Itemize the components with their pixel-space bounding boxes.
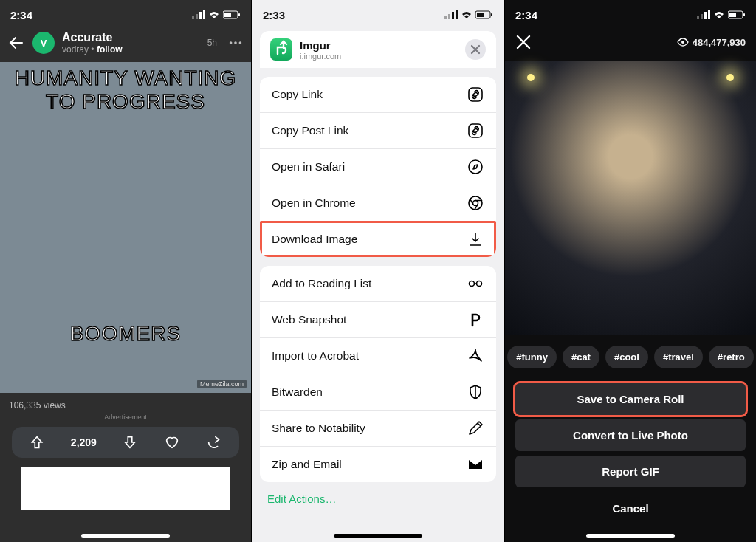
share-action-add-to-reading-list[interactable]: Add to Reading List: [260, 266, 496, 301]
share-action-copy-post-link[interactable]: Copy Post Link: [260, 112, 496, 148]
tag-funny[interactable]: #funny: [507, 346, 557, 368]
gif-action-sheet: 2:34 484,477,930 #funny#cat#cool#travel#…: [504, 0, 756, 542]
action-label: Open in Safari: [272, 160, 345, 174]
ad-label: Advertisement: [0, 414, 251, 421]
status-bar: 2:34: [0, 0, 251, 27]
share-action-share-to-notability[interactable]: Share to Notability: [260, 410, 496, 446]
tag-cool[interactable]: #cool: [605, 346, 648, 368]
upvote-icon[interactable]: [29, 434, 45, 450]
action-label: Download Image: [272, 233, 357, 246]
svg-point-31: [681, 41, 684, 44]
share-action-import-to-acrobat[interactable]: Import to Acrobat: [260, 337, 496, 374]
author-name[interactable]: vodray: [62, 44, 89, 55]
follow-link[interactable]: follow: [97, 44, 123, 55]
share-action-zip-and-email[interactable]: Zip and Email: [260, 446, 496, 482]
pencil-icon: [467, 419, 484, 437]
mail-icon: [467, 456, 484, 473]
svg-rect-2: [199, 12, 202, 19]
status-icons: [444, 10, 493, 19]
svg-rect-10: [444, 16, 447, 19]
view-counter: 484,477,930: [677, 37, 746, 48]
share-action-open-in-chrome[interactable]: Open in Chrome: [260, 185, 496, 221]
share-action-open-in-safari[interactable]: Open in Safari: [260, 148, 496, 185]
sheet-button-report-gif[interactable]: Report GIF: [515, 456, 746, 487]
close-button[interactable]: [465, 39, 486, 60]
action-group-secondary: Add to Reading ListWeb SnapshotImport to…: [260, 266, 496, 482]
tag-travel[interactable]: #travel: [654, 346, 703, 368]
sheet-title: Imgur: [300, 39, 458, 52]
view-count: 106,335 views: [0, 393, 251, 414]
more-icon[interactable]: [227, 35, 244, 51]
svg-rect-5: [224, 13, 231, 17]
action-label: Share to Notability: [272, 422, 365, 435]
svg-rect-26: [704, 12, 707, 19]
svg-rect-11: [448, 14, 450, 19]
status-bar: 2:34: [505, 0, 756, 27]
meme-top-text: HUMANITY WANTING TO PROGRESS: [0, 66, 251, 114]
svg-point-23: [477, 281, 482, 287]
post-age: 5h: [207, 38, 217, 48]
sheet-button-convert-to-live-photo[interactable]: Convert to Live Photo: [515, 419, 746, 451]
downvote-icon[interactable]: [122, 434, 138, 450]
gif-preview[interactable]: [505, 61, 756, 335]
chrome-icon: [467, 194, 484, 212]
svg-rect-24: [697, 16, 699, 19]
link-square-icon: [467, 122, 484, 140]
avatar[interactable]: V: [32, 32, 55, 54]
post-title: Accurate: [62, 31, 200, 44]
link-square-icon: [467, 86, 484, 103]
compass-icon: [467, 158, 484, 176]
action-label: Open in Chrome: [272, 196, 356, 210]
tag-cat[interactable]: #cat: [563, 346, 599, 368]
p-letter-icon: [467, 311, 484, 329]
svg-rect-3: [203, 10, 205, 19]
status-bar: 2:33: [252, 0, 504, 27]
action-label: Copy Link: [272, 88, 323, 101]
close-icon: [470, 44, 481, 55]
imgur-app-icon: [270, 38, 292, 61]
eye-icon: [677, 38, 689, 47]
share-action-bitwarden[interactable]: Bitwarden: [260, 374, 496, 410]
cellular-icon: [444, 10, 458, 19]
close-button[interactable]: [515, 34, 532, 50]
status-icons: [192, 10, 241, 19]
tag-row: #funny#cat#cool#travel#retro: [505, 338, 756, 379]
share-icon[interactable]: [206, 434, 222, 450]
watermark: MemeZila.com: [197, 380, 247, 388]
post-image[interactable]: HUMANITY WANTING TO PROGRESS BOOMERS Mem…: [0, 62, 251, 393]
viewer-topbar: 484,477,930: [505, 27, 756, 58]
wifi-icon: [461, 10, 472, 19]
svg-rect-25: [701, 14, 703, 19]
back-arrow-icon[interactable]: [7, 34, 25, 52]
wifi-icon: [713, 10, 725, 19]
share-action-web-snapshot[interactable]: Web Snapshot: [260, 301, 496, 337]
share-action-copy-link[interactable]: Copy Link: [260, 77, 496, 112]
home-indicator[interactable]: [586, 534, 675, 538]
action-label: Add to Reading List: [272, 277, 371, 290]
svg-rect-12: [452, 12, 454, 19]
cellular-icon: [192, 10, 205, 19]
meme-bottom-text: BOOMERS: [0, 322, 251, 346]
home-indicator[interactable]: [81, 534, 170, 538]
view-count-value: 484,477,930: [693, 37, 746, 48]
share-action-download-image[interactable]: Download Image: [260, 221, 496, 257]
svg-point-19: [469, 160, 482, 174]
svg-rect-6: [238, 13, 240, 16]
home-indicator[interactable]: [334, 534, 422, 538]
svg-rect-16: [491, 13, 492, 16]
cancel-button[interactable]: Cancel: [505, 492, 756, 519]
action-label: Web Snapshot: [272, 313, 346, 326]
tag-retro[interactable]: #retro: [709, 346, 754, 368]
favorite-icon[interactable]: [164, 434, 180, 450]
battery-icon: [728, 10, 746, 19]
edit-actions-link[interactable]: Edit Actions…: [252, 482, 504, 505]
imgur-feed-screen: 2:34 V Accurate vodray • follow 5h HUMAN…: [0, 0, 251, 542]
status-time: 2:34: [10, 9, 32, 21]
sheet-button-save-to-camera-roll[interactable]: Save to Camera Roll: [515, 383, 746, 415]
status-icons: [697, 10, 746, 19]
status-time: 2:34: [515, 9, 537, 21]
svg-rect-15: [477, 13, 484, 17]
svg-rect-17: [469, 88, 482, 101]
sheet-subtitle: i.imgur.com: [300, 52, 458, 61]
vote-count: 2,209: [71, 436, 97, 448]
